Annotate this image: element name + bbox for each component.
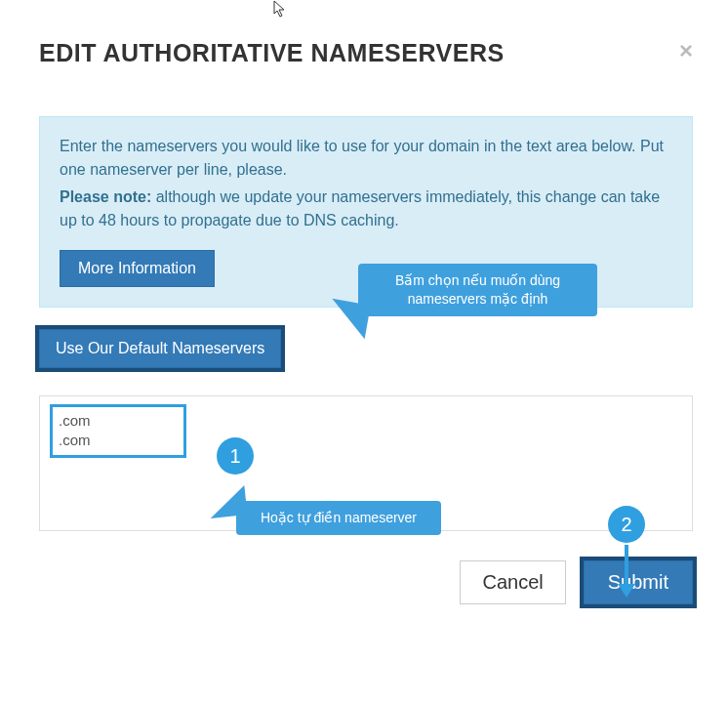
cancel-button[interactable]: Cancel — [460, 560, 565, 604]
notice-please-note: Please note: although we update your nam… — [60, 186, 672, 232]
step-badge-2: 2 — [608, 506, 645, 543]
cursor-icon — [273, 0, 287, 18]
callout-default-ns: Bấm chọn nếu muốn dùng nameservers mặc đ… — [358, 264, 597, 316]
modal-title: EDIT AUTHORITATIVE NAMESERVERS — [39, 39, 505, 67]
step-badge-1: 1 — [217, 437, 254, 475]
arrow-to-submit — [622, 545, 631, 596]
callout-custom-ns: Hoặc tự điền nameserver — [236, 501, 441, 535]
notice-instructions: Enter the nameservers you would like to … — [60, 135, 672, 182]
modal-header: EDIT AUTHORITATIVE NAMESERVERS × — [39, 39, 693, 67]
more-information-button[interactable]: More Information — [60, 250, 215, 287]
close-icon[interactable]: × — [679, 39, 693, 62]
modal-actions: Cancel Submit — [39, 560, 693, 604]
notice-note-label: Please note: — [60, 188, 151, 205]
nameservers-textarea[interactable] — [50, 404, 186, 458]
use-default-nameservers-button[interactable]: Use Our Default Nameservers — [39, 329, 281, 368]
submit-button[interactable]: Submit — [584, 560, 693, 604]
